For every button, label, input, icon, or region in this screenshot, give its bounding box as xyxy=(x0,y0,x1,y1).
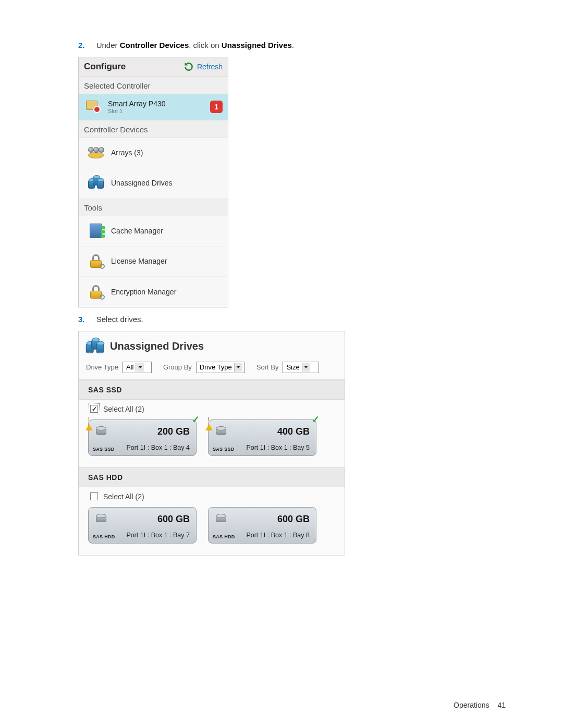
section-controller-devices: Controller Devices xyxy=(79,120,228,138)
drive-type-label: Drive Type xyxy=(86,363,118,371)
select-all-ssd-row[interactable]: Select All (2) xyxy=(79,400,345,416)
select-all-hdd-row[interactable]: Select All (2) xyxy=(79,487,345,504)
select-all-ssd-checkbox[interactable] xyxy=(90,405,98,413)
drive-size: 600 GB xyxy=(157,514,190,525)
drive-type: SAS SSD xyxy=(213,447,235,452)
chevron-down-icon xyxy=(234,363,242,372)
drive-type-select[interactable]: All xyxy=(123,362,152,373)
drive-type: SAS HDD xyxy=(93,534,115,539)
drives-icon xyxy=(88,175,104,191)
sort-by-select[interactable]: Size xyxy=(283,362,319,373)
section-tools: Tools xyxy=(79,199,228,216)
drive-size: 400 GB xyxy=(277,426,310,437)
license-manager-label: License Manager xyxy=(111,257,167,265)
disk-icon xyxy=(216,426,227,438)
lock-icon xyxy=(88,284,104,300)
check-icon xyxy=(192,416,199,423)
drive-size: 200 GB xyxy=(157,426,190,437)
encryption-manager-label: Encryption Manager xyxy=(111,288,176,296)
lock-icon xyxy=(88,253,104,269)
arrays-label: Arrays (3) xyxy=(111,149,143,157)
disk-icon xyxy=(96,426,107,438)
step-num-2: 2. xyxy=(78,41,85,50)
panel-title: Unassigned Drives xyxy=(110,340,204,352)
controller-name: Smart Array P430 xyxy=(108,100,166,108)
drive-card[interactable]: 400 GB SAS SSD Port 1I : Box 1 : Bay 5 xyxy=(208,419,316,456)
drive-type: SAS SSD xyxy=(93,447,115,452)
step-2: 2. Under Controller Devices, click on Un… xyxy=(78,41,495,50)
footer-section: Operations xyxy=(454,701,489,709)
group-header-ssd: SAS SSD xyxy=(79,380,345,400)
filter-row: Drive Type All Group By Drive Type Sort … xyxy=(79,360,345,380)
disk-icon xyxy=(216,514,227,525)
group-header-hdd: SAS HDD xyxy=(79,467,345,487)
hdd-cards-row: 600 GB SAS HDD Port 1I : Box 1 : Bay 7 6… xyxy=(79,504,345,555)
drive-card[interactable]: 600 GB SAS HDD Port 1I : Box 1 : Bay 8 xyxy=(208,507,316,544)
refresh-icon xyxy=(183,61,194,72)
panel-header: Unassigned Drives xyxy=(79,331,345,360)
controller-icon xyxy=(86,100,104,114)
unassigned-label: Unassigned Drives xyxy=(111,179,173,187)
selected-controller-row[interactable]: Smart Array P430 Slot 1 1 xyxy=(79,94,228,120)
drive-location: Port 1I : Box 1 : Bay 4 xyxy=(126,444,190,451)
chevron-down-icon xyxy=(136,363,144,372)
drive-size: 600 GB xyxy=(277,514,310,525)
sidebar-item-unassigned-drives[interactable]: Unassigned Drives xyxy=(79,168,228,199)
group-by-label: Group By xyxy=(163,363,192,371)
drives-icon xyxy=(86,339,104,354)
step-3: 3. Select drives. xyxy=(78,315,495,324)
cache-manager-label: Cache Manager xyxy=(111,227,163,235)
select-all-hdd-label: Select All (2) xyxy=(103,492,144,501)
refresh-button[interactable]: Refresh xyxy=(183,61,223,72)
disk-icon xyxy=(96,514,107,525)
select-all-ssd-label: Select All (2) xyxy=(103,405,144,413)
drive-type: SAS HDD xyxy=(213,534,235,539)
configure-header: Configure Refresh xyxy=(79,57,228,77)
alert-count-badge[interactable]: 1 xyxy=(210,101,223,113)
drive-location: Port 1I : Box 1 : Bay 8 xyxy=(246,532,310,539)
drive-location: Port 1I : Box 1 : Bay 5 xyxy=(246,444,310,451)
arrays-icon xyxy=(88,145,104,161)
controller-slot: Slot 1 xyxy=(108,108,166,115)
select-all-hdd-checkbox[interactable] xyxy=(90,492,98,500)
configure-title: Configure xyxy=(84,61,126,72)
sidebar-item-cache-manager[interactable]: Cache Manager xyxy=(79,216,228,246)
page-footer: Operations 41 xyxy=(454,701,506,709)
sidebar-item-license-manager[interactable]: License Manager xyxy=(79,246,228,277)
sidebar-item-encryption-manager[interactable]: Encryption Manager xyxy=(79,277,228,307)
refresh-label: Refresh xyxy=(197,63,223,71)
warning-icon xyxy=(205,416,213,423)
group-by-select[interactable]: Drive Type xyxy=(196,362,245,373)
unassigned-drives-panel: Unassigned Drives Drive Type All Group B… xyxy=(78,331,345,556)
warning-icon xyxy=(85,416,93,423)
cache-manager-icon xyxy=(88,223,104,239)
drive-card[interactable]: 600 GB SAS HDD Port 1I : Box 1 : Bay 7 xyxy=(88,507,197,544)
drive-location: Port 1I : Box 1 : Bay 7 xyxy=(126,532,190,539)
check-icon xyxy=(312,416,319,423)
drive-card[interactable]: 200 GB SAS SSD Port 1I : Box 1 : Bay 4 xyxy=(88,419,197,456)
footer-page-number: 41 xyxy=(497,701,506,709)
section-selected-controller: Selected Controller xyxy=(79,77,228,94)
sort-by-label: Sort By xyxy=(256,363,279,371)
step-num-3: 3. xyxy=(78,315,85,324)
configure-sidebar: Configure Refresh Selected Controller Sm… xyxy=(78,57,228,307)
ssd-cards-row: 200 GB SAS SSD Port 1I : Box 1 : Bay 4 4… xyxy=(79,416,345,467)
chevron-down-icon xyxy=(302,363,310,372)
sidebar-item-arrays[interactable]: Arrays (3) xyxy=(79,138,228,168)
